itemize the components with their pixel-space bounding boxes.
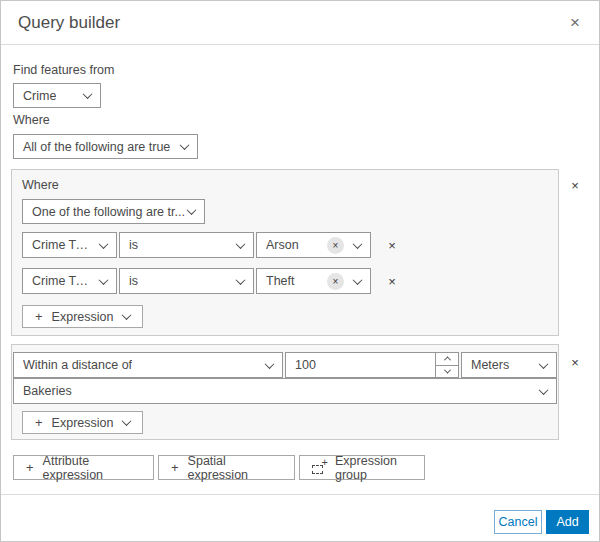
field-value: Crime Type — [32, 238, 90, 252]
operator-value: is — [129, 274, 138, 288]
operator-value: is — [129, 238, 138, 252]
plus-icon: + — [171, 460, 179, 475]
dialog-title: Query builder — [18, 13, 120, 33]
chevron-down-icon — [353, 275, 363, 285]
expression-row: Crime Type is Theft × × — [22, 268, 401, 294]
chevron-up-icon — [443, 357, 450, 364]
find-features-label: Find features from — [13, 63, 114, 77]
attribute-expression-label: Attribute expression — [43, 454, 141, 482]
group1-operator-value: One of the following are tr... — [32, 205, 185, 219]
value-text: Theft — [266, 274, 295, 288]
spatial-expression-row: Within a distance of Meters — [13, 352, 557, 378]
stepper-down-button[interactable] — [436, 365, 458, 378]
expression-group-label: Expression group — [335, 454, 412, 482]
number-stepper — [435, 353, 458, 377]
operator-select[interactable]: is — [119, 268, 254, 294]
chevron-down-icon — [353, 239, 363, 249]
add-expression-label: Expression — [52, 416, 114, 430]
cancel-button[interactable]: Cancel — [494, 510, 542, 534]
value-select[interactable]: Arson × — [256, 232, 371, 258]
field-value: Crime Type — [32, 274, 90, 288]
add-attribute-expression-button[interactable]: + Attribute expression — [13, 455, 154, 480]
add-expression-button[interactable]: + Expression — [22, 411, 143, 434]
clear-value-icon[interactable]: × — [327, 237, 344, 254]
expression-group-icon: + — [312, 461, 327, 474]
where-operator-select[interactable]: All of the following are true — [13, 134, 198, 159]
add-button[interactable]: Add — [546, 510, 589, 534]
chevron-down-icon — [99, 239, 109, 249]
expression-group-panel-2: Within a distance of Meters Bakeries — [11, 344, 559, 440]
add-spatial-expression-button[interactable]: + Spatial expression — [158, 455, 295, 480]
chevron-down-icon — [180, 140, 190, 150]
spatial-expression-label: Spatial expression — [188, 454, 282, 482]
remove-expression-icon[interactable]: × — [383, 272, 401, 290]
chevron-down-icon — [83, 89, 93, 99]
remove-expression-icon[interactable]: × — [383, 236, 401, 254]
chevron-down-icon — [236, 275, 246, 285]
unit-select[interactable]: Meters — [461, 352, 557, 378]
chevron-down-icon — [539, 385, 549, 395]
group1-operator-select[interactable]: One of the following are tr... — [22, 199, 205, 224]
dialog-footer: Cancel Add — [1, 494, 599, 541]
source-layer-select[interactable]: Crime — [13, 83, 101, 108]
dialog-header: Query builder × — [1, 1, 599, 45]
spatial-type-select[interactable]: Within a distance of — [13, 352, 283, 378]
distance-input[interactable] — [286, 353, 435, 377]
plus-icon: + — [35, 309, 43, 324]
remove-group-icon[interactable]: × — [566, 353, 584, 371]
field-select[interactable]: Crime Type — [22, 268, 117, 294]
plus-icon: + — [35, 415, 43, 430]
plus-icon: + — [26, 460, 34, 475]
chevron-down-icon — [236, 239, 246, 249]
chevron-down-icon — [122, 310, 132, 320]
stepper-up-button[interactable] — [436, 353, 458, 365]
chevron-down-icon — [265, 359, 275, 369]
unit-value: Meters — [471, 358, 509, 372]
distance-input-group — [285, 352, 459, 378]
where-label: Where — [13, 113, 50, 127]
value-select[interactable]: Theft × — [256, 268, 371, 294]
add-expression-label: Expression — [52, 310, 114, 324]
chevron-down-icon — [122, 416, 132, 426]
clear-value-icon[interactable]: × — [327, 273, 344, 290]
value-text: Arson — [266, 238, 299, 252]
expression-row: Crime Type is Arson × × — [22, 232, 401, 258]
close-icon[interactable]: × — [563, 11, 587, 35]
group1-where-label: Where — [22, 178, 59, 192]
spatial-type-value: Within a distance of — [23, 358, 132, 372]
field-select[interactable]: Crime Type — [22, 232, 117, 258]
expression-group-panel-1: Where One of the following are tr... Cri… — [11, 169, 559, 336]
chevron-down-icon — [539, 359, 549, 369]
chevron-down-icon — [443, 366, 450, 373]
add-expression-group-button[interactable]: + Expression group — [299, 455, 425, 480]
add-expression-button[interactable]: + Expression — [22, 305, 143, 328]
where-operator-value: All of the following are true — [23, 140, 170, 154]
remove-group-icon[interactable]: × — [566, 176, 584, 194]
chevron-down-icon — [187, 205, 197, 215]
spatial-layer-value: Bakeries — [23, 384, 72, 398]
chevron-down-icon — [99, 275, 109, 285]
operator-select[interactable]: is — [119, 232, 254, 258]
spatial-layer-select[interactable]: Bakeries — [13, 378, 557, 404]
query-builder-dialog: Query builder × Find features from Crime… — [0, 0, 600, 542]
source-layer-value: Crime — [23, 89, 56, 103]
